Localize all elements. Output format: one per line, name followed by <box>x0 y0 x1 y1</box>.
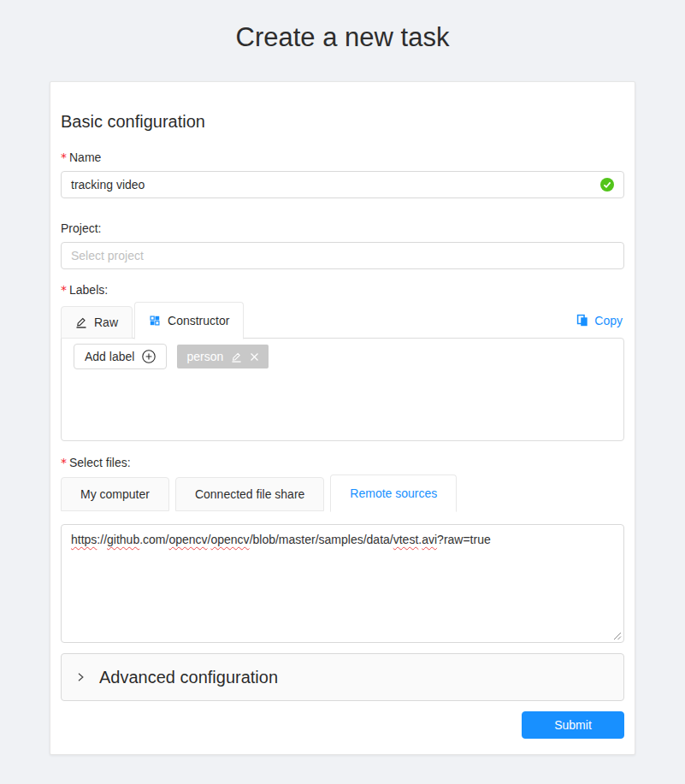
chevron-right-icon <box>75 672 86 682</box>
page-title: Create a new task <box>0 0 685 53</box>
copy-button[interactable]: Copy <box>576 314 624 327</box>
copy-icon <box>576 314 588 327</box>
select-files-label: *Select files: <box>61 454 624 471</box>
required-marker: * <box>61 283 67 297</box>
label-tag-name: person <box>186 350 223 363</box>
check-circle-icon <box>600 178 614 192</box>
advanced-config-header[interactable]: Advanced configuration <box>61 653 624 701</box>
tab-remote-sources[interactable]: Remote sources <box>330 475 457 512</box>
tab-my-computer[interactable]: My computer <box>61 477 169 511</box>
required-marker: * <box>61 150 67 164</box>
tab-remote-sources-label: Remote sources <box>350 486 437 500</box>
tab-constructor-label: Constructor <box>168 314 229 327</box>
advanced-config-heading: Advanced configuration <box>99 668 278 687</box>
basic-config-heading: Basic configuration <box>61 112 624 132</box>
labels-label: *Labels: <box>61 281 624 298</box>
resize-handle-icon[interactable] <box>613 632 622 640</box>
copy-button-label: Copy <box>594 314 623 327</box>
tab-raw-label: Raw <box>94 315 118 329</box>
project-select[interactable]: Select project <box>61 242 624 269</box>
files-tab-bar: My computer Connected file share Remote … <box>61 475 624 511</box>
edit-icon <box>75 316 87 328</box>
submit-row: Submit <box>61 711 624 739</box>
create-task-card: Basic configuration *Name tracking video… <box>50 81 635 755</box>
add-label-button-label: Add label <box>85 350 134 363</box>
labels-tab-bar: Raw Constructor Copy <box>61 302 624 339</box>
add-label-button[interactable]: Add label <box>74 344 167 369</box>
tab-connected-file-share[interactable]: Connected file share <box>175 477 324 511</box>
tab-raw[interactable]: Raw <box>61 306 133 339</box>
required-marker: * <box>61 456 67 469</box>
build-blocks-icon <box>149 315 161 327</box>
delete-label-icon[interactable] <box>250 352 259 362</box>
tab-connected-file-share-label: Connected file share <box>195 487 304 501</box>
remote-urls-textarea[interactable]: https://github.com/opencv/opencv/blob/ma… <box>61 524 624 643</box>
label-tag-person: person <box>177 345 269 368</box>
edit-label-icon[interactable] <box>231 351 242 363</box>
name-input[interactable]: tracking video <box>61 171 624 198</box>
project-label: Project: <box>61 220 624 237</box>
plus-circle-icon <box>142 350 156 363</box>
tab-constructor[interactable]: Constructor <box>134 302 244 339</box>
remote-urls-text: https://github.com/opencv/opencv/blob/ma… <box>71 533 491 546</box>
create-task-page: { "page": { "title": "Create a new task"… <box>0 0 685 784</box>
submit-button[interactable]: Submit <box>522 711 624 739</box>
name-label: *Name <box>61 149 624 166</box>
tab-my-computer-label: My computer <box>80 487 150 501</box>
labels-constructor-panel: Add label person <box>61 338 624 441</box>
project-select-placeholder: Select project <box>71 249 614 262</box>
name-input-value: tracking video <box>71 178 600 192</box>
